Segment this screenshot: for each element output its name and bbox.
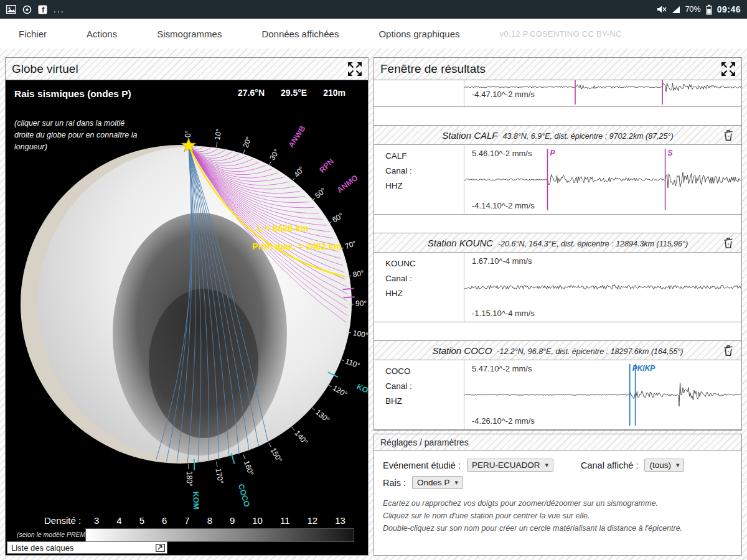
fullscreen-icon[interactable] [720,61,736,77]
results-scroll-area[interactable]: -4.47.10^-2 mm/s Station CALF 43.8°N, 6.… [374,80,741,430]
channel-label: Canal : [385,166,464,175]
layers-list-label: Liste des calques [11,543,73,553]
app-circle-icon [22,5,32,14]
station-rim-label[interactable]: ANWB [286,124,307,149]
svg-text:180°: 180° [185,471,194,487]
station-card: Station COCO -12.2°N, 96.8°E, dist. épic… [374,340,741,430]
more-notifications-icon: ... [54,4,65,14]
epicenter-coordinates: 27.6°N 29.5°E 210m [238,88,345,98]
station-card-header[interactable]: Station CALF 43.8°N, 6.9°E, dist. épicen… [374,125,741,145]
rays-label: Rais : [383,478,406,488]
station-info: -12.2°N, 96.8°E, dist. épicentre : 18297… [497,347,683,356]
globe-panel: Globe virtuel [5,57,369,556]
density-value: 8 [207,515,212,526]
earth-inner-core [149,289,258,438]
svg-text:60°: 60° [331,211,345,224]
seismogram[interactable]: 5.46.10^-2 mm/s -4.14.10^-2 mm/s PS [464,145,741,214]
svg-text:S: S [668,149,673,157]
station-rim-label[interactable]: KOM [191,492,200,510]
globe-heading: Rais sismiques (ondes P) [14,88,131,100]
globe-canvas[interactable]: 0°10°20°30°40°50°60°70°80°90°100°110°120… [6,80,368,555]
station-code: KOUNC [385,259,464,268]
menu-item[interactable]: Sismogrammes [157,29,222,39]
epicenter-lat: 27.6°N [238,88,265,98]
svg-text:70°: 70° [344,239,357,251]
layers-list-button[interactable]: Liste des calques [7,541,167,554]
svg-text:150°: 150° [269,446,284,464]
density-label: Densité : [44,515,81,526]
svg-text:90°: 90° [355,299,367,308]
channel-value: BHZ [385,396,464,406]
channel-value: HHZ [385,181,464,190]
amplitude-max: 5.47.10^-2 mm/s [472,364,532,373]
amplitude-min: -4.47.10^-2 mm/s [472,90,535,103]
density-value: 3 [94,515,99,526]
svg-text:30°: 30° [268,147,281,162]
station-card-partial[interactable]: -4.47.10^-2 mm/s [374,80,741,107]
mute-icon [657,5,667,14]
channel-filter-label: Canal affiché : [581,460,638,470]
station-info: -20.6°N, 164.3°E, dist. épicentre : 1289… [498,240,688,248]
clock: 09:46 [717,4,741,14]
station-rim-label[interactable]: ANMO [336,174,360,195]
menu-item[interactable]: Données affichées [261,29,339,39]
density-value: 4 [116,515,121,526]
seismogram[interactable]: 5.47.10^-2 mm/s -4.26.10^-2 mm/s PKIKP [464,360,741,429]
station-name[interactable]: Station CALF [442,130,497,141]
station-code: CALF [385,151,464,161]
channel-label: Canal : [385,274,464,283]
station-card-header[interactable]: Station KOUNC -20.6°N, 164.3°E, dist. ép… [374,233,741,253]
density-values: 345678910111213 [85,515,354,526]
menu-item[interactable]: Fichier [19,29,47,39]
gallery-icon [6,5,16,14]
rays-select[interactable]: Ondes P [412,476,463,489]
station-rim-label[interactable]: COCO [237,483,251,508]
battery-icon [706,4,712,15]
globe-panel-header: Globe virtuel [6,58,368,80]
svg-text:130°: 130° [314,408,331,424]
instruction-line: Ecartez ou rapprochez vos doigts pour zo… [383,497,733,510]
station-name[interactable]: Station COCO [432,345,492,356]
density-value: 13 [335,515,345,526]
seismogram[interactable]: 1.67.10^-4 mm/s -1.15.10^-4 mm/s [464,253,741,322]
results-panel-title: Fenêtre de résultats [380,62,486,76]
svg-text:110°: 110° [344,357,361,370]
menu-item[interactable]: Options graphiques [378,29,459,39]
globe-panel-title: Globe virtuel [12,62,78,76]
station-card-header[interactable]: Station COCO -12.2°N, 96.8°E, dist. épic… [374,340,741,360]
station-rim-label[interactable]: KOUNC [355,382,368,403]
epicenter-lon: 29.5°E [281,88,307,98]
menu-items: FichierActionsSismogrammesDonnées affich… [19,29,459,39]
ray-length-label: L = 8628 km [257,223,308,233]
menu-item[interactable]: Actions [87,29,117,39]
station-rim-label[interactable]: RPN [317,157,336,175]
station-card: Station CALF 43.8°N, 6.9°E, dist. épicen… [374,125,741,215]
station-name[interactable]: Station KOUNC [428,238,493,248]
facebook-icon: f [38,5,47,14]
density-value: 12 [308,515,318,526]
station-cards: Station CALF 43.8°N, 6.9°E, dist. épicen… [374,125,741,430]
fullscreen-icon[interactable] [347,61,363,77]
density-value: 11 [280,515,290,526]
settings-panel-header: Réglages / paramètres [374,434,741,450]
density-value: 5 [139,515,144,526]
amplitude-max: 5.46.10^-2 mm/s [472,149,532,158]
svg-text:10°: 10° [213,128,223,141]
svg-text:140°: 140° [293,429,310,446]
event-select[interactable]: PERU-ECUADOR [467,459,553,472]
amplitude-min: -1.15.10^-4 mm/s [472,309,535,318]
results-panel-header: Fenêtre de résultats [374,58,741,80]
delete-station-icon[interactable] [723,345,734,359]
channel-label: Canal : [385,381,464,391]
channel-select[interactable]: (tous) [644,459,684,472]
channel-value: HHZ [385,289,464,298]
amplitude-min: -4.26.10^-2 mm/s [472,416,535,426]
delete-station-icon[interactable] [723,237,734,251]
svg-text:120°: 120° [331,383,349,399]
delete-station-icon[interactable] [723,129,734,144]
density-value: 10 [252,515,263,526]
instruction-line: Cliquez sur le nom d'une station pour ce… [383,510,733,522]
svg-text:160°: 160° [242,459,256,477]
svg-text:170°: 170° [214,468,225,485]
seismogram[interactable]: -4.47.10^-2 mm/s [464,80,741,106]
